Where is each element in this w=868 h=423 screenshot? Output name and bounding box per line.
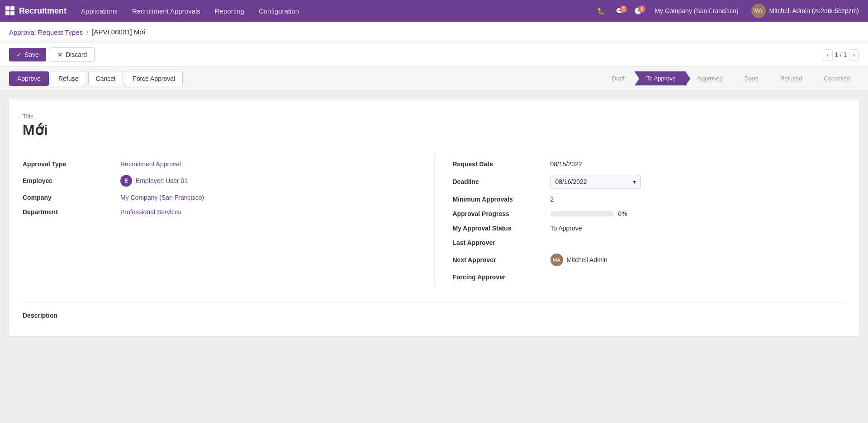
- activity-button[interactable]: 🕐 8: [631, 5, 645, 16]
- company-label: Company: [23, 194, 113, 201]
- department-row: Department Professional Services: [23, 205, 434, 219]
- nav-item-applications[interactable]: Applications: [74, 0, 125, 22]
- pipeline-draft[interactable]: Draft: [599, 71, 634, 85]
- form-right: Request Date 08/15/2022 Deadline 08/16/2…: [434, 152, 846, 289]
- breadcrumb: Approval Request Types / [APVL00001] Mới: [0, 22, 868, 43]
- breadcrumb-current: [APVL00001] Mới: [92, 28, 145, 36]
- min-approvals-label: Minimum Approvals: [453, 196, 543, 203]
- employee-badge: E Employee User 01: [120, 175, 434, 187]
- force-approval-button[interactable]: Force Approval: [125, 71, 183, 86]
- topnav-right: 🐛 💬 5 🕐 8 My Company (San Francisco) MA …: [593, 4, 863, 18]
- forcing-approver-row: Forcing Approver: [453, 270, 846, 284]
- request-date-value: 08/15/2022: [550, 160, 846, 168]
- user-avatar: MA: [751, 4, 766, 18]
- breadcrumb-parent[interactable]: Approval Request Types: [9, 28, 83, 36]
- description-label: Description: [23, 312, 845, 319]
- last-approver-row: Last Approver: [453, 235, 846, 250]
- last-approver-label: Last Approver: [453, 239, 543, 246]
- pagination-info: 1 / 1: [835, 51, 847, 58]
- bug-button[interactable]: 🐛: [593, 5, 608, 16]
- top-navigation: Recruitment Applications Recruitment App…: [0, 0, 868, 22]
- department-value[interactable]: Professional Services: [120, 208, 434, 216]
- nav-item-reporting[interactable]: Reporting: [208, 0, 251, 22]
- forcing-approver-label: Forcing Approver: [453, 273, 543, 281]
- employee-avatar: E: [120, 175, 132, 187]
- approval-type-row: Approval Type Recruitment Approval: [23, 157, 434, 171]
- next-approver-info: MA Mitchell Admin: [550, 254, 846, 266]
- main-content: Title Mới Approval Type Recruitment Appr…: [0, 90, 868, 345]
- deadline-input[interactable]: 08/16/2022 ▾: [550, 175, 641, 188]
- chat-button[interactable]: 💬 5: [612, 5, 627, 16]
- chat-badge: 5: [620, 5, 627, 13]
- app-logo[interactable]: Recruitment: [5, 6, 66, 16]
- my-approval-status-row: My Approval Status To Approve: [453, 221, 846, 235]
- approve-button[interactable]: Approve: [9, 71, 49, 86]
- calendar-icon: ▾: [633, 178, 636, 185]
- save-button[interactable]: ✓ Save: [9, 48, 46, 61]
- bug-icon: 🐛: [597, 7, 605, 14]
- approval-type-label: Approval Type: [23, 160, 113, 168]
- app-name: Recruitment: [19, 6, 66, 16]
- employee-row: Employee E Employee User 01: [23, 171, 434, 190]
- cancel-button[interactable]: Cancel: [88, 71, 123, 86]
- next-approver-label: Next Approver: [453, 256, 543, 263]
- department-label: Department: [23, 208, 113, 216]
- company-value[interactable]: My Company (San Francisco): [120, 194, 434, 201]
- user-menu[interactable]: MA Mitchell Admin (zu2o6u5bzpzm): [748, 4, 863, 18]
- activity-badge: 8: [638, 5, 645, 13]
- next-approver-value: Mitchell Admin: [567, 256, 607, 263]
- progress-bar-bg: [550, 211, 614, 216]
- pagination: ‹ 1 / 1 ›: [823, 49, 859, 61]
- breadcrumb-separator: /: [86, 28, 88, 36]
- deadline-value: 08/16/2022: [555, 178, 587, 185]
- title-value: Mới: [23, 122, 845, 139]
- employee-label: Employee: [23, 177, 113, 184]
- title-section: Title Mới: [23, 113, 845, 139]
- deadline-row: Deadline 08/16/2022 ▾: [453, 171, 846, 192]
- x-icon: ✕: [57, 51, 63, 58]
- next-record-button[interactable]: ›: [849, 49, 859, 61]
- progress-container: 0%: [550, 210, 846, 217]
- grid-icon: [5, 6, 14, 15]
- my-approval-status-value: To Approve: [550, 225, 846, 232]
- company-name: My Company (San Francisco): [649, 7, 744, 14]
- request-date-label: Request Date: [453, 160, 543, 168]
- pipeline-to-approve[interactable]: To Approve: [634, 71, 685, 85]
- pipeline-refused[interactable]: Refused: [768, 71, 811, 85]
- checkmark-icon: ✓: [16, 51, 22, 58]
- nav-menu: Applications Recruitment Approvals Repor…: [74, 0, 593, 22]
- prev-record-button[interactable]: ‹: [823, 49, 833, 61]
- min-approvals-value: 2: [550, 196, 846, 203]
- company-row: Company My Company (San Francisco): [23, 190, 434, 205]
- approval-progress-label: Approval Progress: [453, 210, 543, 217]
- status-pipeline: Draft To Approve Approved Done Refused C…: [599, 71, 859, 85]
- request-date-row: Request Date 08/15/2022: [453, 157, 846, 171]
- divider: [23, 302, 845, 303]
- nav-item-recruitment-approvals[interactable]: Recruitment Approvals: [125, 0, 208, 22]
- deadline-label: Deadline: [453, 178, 543, 185]
- workflow-buttons: Approve Refuse Cancel Force Approval: [9, 71, 183, 86]
- approval-type-value[interactable]: Recruitment Approval: [120, 160, 434, 168]
- my-approval-status-label: My Approval Status: [453, 225, 543, 232]
- discard-button[interactable]: ✕ Discard: [50, 47, 95, 62]
- employee-value[interactable]: Employee User 01: [136, 177, 188, 184]
- refuse-button[interactable]: Refuse: [51, 71, 86, 86]
- pipeline-cancelled[interactable]: Cancelled: [811, 71, 859, 85]
- user-name: Mitchell Admin (zu2o6u5bzpzm): [769, 7, 859, 14]
- title-label: Title: [23, 113, 845, 120]
- status-bar: Approve Refuse Cancel Force Approval Dra…: [0, 67, 868, 90]
- form-grid: Approval Type Recruitment Approval Emplo…: [23, 152, 845, 289]
- form-left: Approval Type Recruitment Approval Emplo…: [23, 152, 434, 289]
- progress-pct: 0%: [618, 210, 627, 217]
- min-approvals-row: Minimum Approvals 2: [453, 192, 846, 207]
- pipeline-approved[interactable]: Approved: [685, 71, 732, 85]
- approval-progress-row: Approval Progress 0%: [453, 207, 846, 221]
- next-approver-row: Next Approver MA Mitchell Admin: [453, 250, 846, 270]
- nav-item-configuration[interactable]: Configuration: [251, 0, 306, 22]
- form-card: Title Mới Approval Type Recruitment Appr…: [9, 99, 859, 336]
- description-section: Description: [23, 312, 845, 319]
- action-bar: ✓ Save ✕ Discard ‹ 1 / 1 ›: [0, 43, 868, 67]
- next-approver-avatar: MA: [550, 254, 563, 266]
